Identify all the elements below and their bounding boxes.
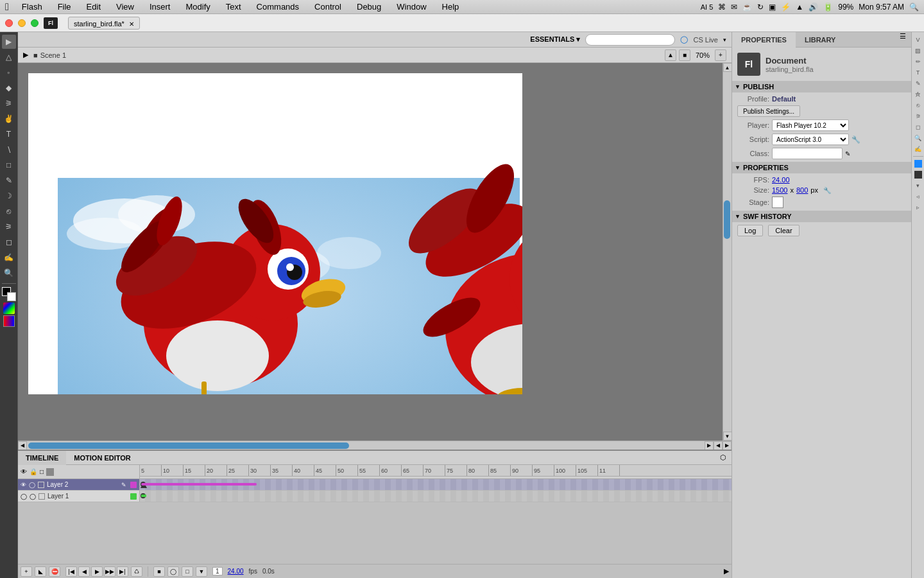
size-height[interactable]: 800: [796, 186, 808, 194]
paint-bucket-tool[interactable]: ⎋: [2, 204, 16, 218]
layer1-frames[interactable]: [140, 491, 732, 502]
rt-transform-tool[interactable]: ▨: [913, 46, 923, 56]
size-width[interactable]: 1500: [772, 186, 787, 194]
script-select[interactable]: ActionScript 3.0: [772, 134, 849, 145]
add-layer-button[interactable]: +: [21, 566, 32, 577]
rt-select-tool[interactable]: V: [913, 35, 923, 45]
rt-collapse-icon[interactable]: ▹: [913, 202, 923, 213]
step-forward-button[interactable]: ▶▶: [104, 566, 116, 577]
timeline-collapse-icon[interactable]: ⬡: [715, 453, 732, 462]
layer1-cell[interactable]: ◯ ◯ Layer 1: [18, 491, 140, 502]
layer2-cell[interactable]: 👁 ◯ Layer 2 ✎: [18, 479, 140, 490]
clear-button[interactable]: Clear: [768, 225, 799, 236]
layer2-frames[interactable]: [140, 479, 732, 490]
no-color-tool[interactable]: [3, 315, 15, 327]
stage-color-swatch[interactable]: [772, 197, 783, 208]
layer2-eye-icon[interactable]: 👁: [21, 482, 26, 488]
loop-button[interactable]: ♺: [131, 566, 142, 577]
eyedropper-tool[interactable]: ⚞: [2, 220, 16, 234]
gradient-transform-tool[interactable]: ◆: [2, 81, 16, 95]
rt-expand-icon[interactable]: ◃: [913, 191, 923, 202]
rt-pencil-tool[interactable]: ✎: [913, 78, 923, 89]
layer1-eye-icon[interactable]: ◯: [21, 493, 27, 500]
vertical-scrollbar[interactable]: ▲ ▼: [723, 63, 732, 441]
go-to-last-frame-button[interactable]: ▶|: [117, 566, 128, 577]
hscroll-thumb[interactable]: [28, 442, 349, 449]
rt-paint-bucket-tool[interactable]: ⎋: [913, 100, 923, 110]
line-tool[interactable]: ∖: [2, 143, 16, 157]
menu-control[interactable]: Control: [312, 2, 344, 12]
menu-file[interactable]: File: [55, 2, 74, 12]
scroll-expand-btn1[interactable]: ◀: [714, 441, 723, 450]
horizontal-scrollbar[interactable]: ◀ ▶ ◀ ▶: [18, 441, 732, 450]
tab-motion-editor[interactable]: MOTION EDITOR: [66, 451, 138, 465]
search-input[interactable]: [585, 34, 675, 46]
publish-settings-button[interactable]: Publish Settings...: [737, 105, 800, 117]
text-tool[interactable]: T: [2, 127, 16, 141]
menu-insert[interactable]: Insert: [147, 2, 173, 12]
search-menu-icon[interactable]: 🔍: [909, 3, 919, 12]
eraser-tool[interactable]: ◻: [2, 235, 16, 249]
scroll-left-button[interactable]: ◀: [18, 441, 27, 450]
fps-value-link[interactable]: 24.00: [772, 176, 790, 184]
zoom-snap-icon[interactable]: ▲: [665, 49, 676, 61]
scroll-track[interactable]: [723, 72, 732, 432]
swap-colors-tool[interactable]: [3, 302, 15, 314]
brush-tool[interactable]: ☽: [2, 189, 16, 203]
apple-menu[interactable]: : [5, 1, 9, 13]
rt-brush-tool[interactable]: ⛤: [913, 89, 923, 100]
menu-help[interactable]: Help: [440, 2, 462, 12]
swf-history-section-header[interactable]: ▼ SWF HISTORY: [732, 211, 911, 222]
log-button[interactable]: Log: [737, 225, 763, 236]
layer2-lock-icon[interactable]: ◯: [29, 482, 35, 488]
class-edit-icon[interactable]: ✎: [845, 150, 850, 157]
menu-debug[interactable]: Debug: [354, 2, 384, 12]
step-back-button[interactable]: ◀: [78, 566, 90, 577]
tab-properties[interactable]: PROPERTIES: [732, 32, 796, 48]
onion-outlines-button[interactable]: □: [182, 566, 193, 577]
edit-multiple-frames-button[interactable]: ▼: [196, 566, 207, 577]
menu-modify[interactable]: Modify: [183, 2, 212, 12]
rt-color-box2[interactable]: [914, 171, 922, 179]
script-settings-icon[interactable]: 🔧: [851, 136, 860, 144]
pen-tool[interactable]: ✌: [2, 112, 16, 126]
layer2-name[interactable]: Layer 2: [47, 481, 68, 488]
free-transform-tool[interactable]: ◦: [2, 66, 16, 80]
add-folder-button[interactable]: ◣: [35, 566, 46, 577]
rt-eraser-tool[interactable]: ◻: [913, 122, 923, 132]
file-tab[interactable]: starling_bird.fla* ✕: [68, 17, 140, 30]
rt-color-box[interactable]: [914, 160, 922, 168]
timeline-scroll-right[interactable]: ▶: [724, 567, 729, 575]
delete-layer-button[interactable]: ⛔: [49, 566, 60, 577]
onion-skin-button[interactable]: ◯: [167, 566, 179, 577]
menu-edit[interactable]: Edit: [84, 2, 103, 12]
cs-live-button[interactable]: CS Live: [693, 36, 718, 44]
player-select[interactable]: Flash Player 10.2: [772, 119, 849, 131]
menu-text[interactable]: Text: [223, 2, 244, 12]
rt-color-down-icon[interactable]: ▾: [913, 180, 923, 191]
rt-pen-tool[interactable]: ✏: [913, 57, 923, 67]
close-button[interactable]: [5, 19, 13, 27]
go-to-first-frame-button[interactable]: |◀: [65, 566, 77, 577]
rt-hand-tool[interactable]: ✍: [913, 144, 923, 154]
snap-to-onion-button[interactable]: ■: [153, 566, 165, 577]
subselection-tool[interactable]: △: [2, 50, 16, 64]
size-edit-icon[interactable]: 🔧: [823, 187, 831, 194]
panel-options-icon[interactable]: ☰: [894, 32, 911, 47]
rt-zoom-tool[interactable]: 🔍: [913, 133, 923, 143]
publish-section-header[interactable]: ▼ PUBLISH: [732, 81, 911, 92]
menu-commands[interactable]: Commands: [254, 2, 302, 12]
lasso-tool[interactable]: ⚞: [2, 96, 16, 110]
scroll-expand-btn2[interactable]: ▶: [723, 441, 732, 450]
minimize-button[interactable]: [18, 19, 26, 27]
scroll-down-button[interactable]: ▼: [723, 432, 732, 441]
zoom-fit-icon[interactable]: ■: [679, 49, 690, 61]
menu-flash[interactable]: Flash: [19, 2, 45, 12]
menu-view[interactable]: View: [114, 2, 137, 12]
stroke-fill-colors[interactable]: [2, 287, 16, 301]
essentials-label[interactable]: ESSENTIALS ▾: [530, 35, 580, 44]
play-button[interactable]: ▶: [91, 566, 103, 577]
zoom-tool[interactable]: 🔍: [2, 266, 16, 280]
scroll-up-button[interactable]: ▲: [723, 63, 732, 72]
tab-library[interactable]: LIBRARY: [796, 32, 844, 48]
